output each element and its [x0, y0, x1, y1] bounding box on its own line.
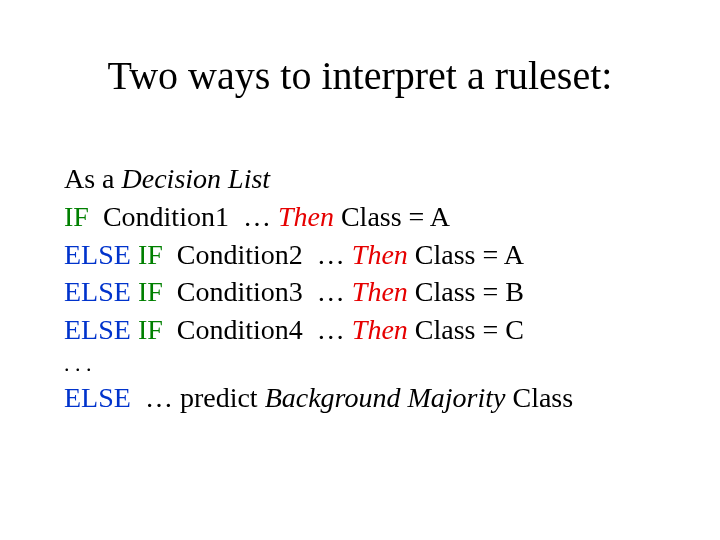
line-rule-1: IF Condition1 … Then Class = A — [64, 198, 672, 236]
keyword-then: Then — [352, 314, 408, 345]
text-class: Class = A — [408, 239, 524, 270]
keyword-if: IF — [131, 314, 163, 345]
text-class: Class = A — [334, 201, 450, 232]
text-condition: Condition3 … — [163, 276, 352, 307]
line-else-final: ELSE … predict Background Majority Class — [64, 379, 672, 417]
line-rule-2: ELSE IF Condition2 … Then Class = A — [64, 236, 672, 274]
slide-body: As a Decision List IF Condition1 … Then … — [64, 160, 672, 416]
keyword-else: ELSE — [64, 239, 131, 270]
keyword-else: ELSE — [64, 314, 131, 345]
text-condition: Condition1 … — [89, 201, 278, 232]
keyword-then: Then — [352, 239, 408, 270]
text-class: Class — [505, 382, 573, 413]
keyword-if: IF — [64, 201, 89, 232]
text-as: As a — [64, 163, 122, 194]
keyword-then: Then — [278, 201, 334, 232]
text-background-majority: Background Majority — [265, 382, 506, 413]
text-condition: Condition4 … — [163, 314, 352, 345]
text-predict: … predict — [131, 382, 265, 413]
slide: Two ways to interpret a ruleset: As a De… — [0, 0, 720, 540]
keyword-if: IF — [131, 276, 163, 307]
text-class: Class = C — [408, 314, 524, 345]
line-rule-4: ELSE IF Condition4 … Then Class = C — [64, 311, 672, 349]
keyword-else: ELSE — [64, 276, 131, 307]
text-class: Class = B — [408, 276, 524, 307]
keyword-if: IF — [131, 239, 163, 270]
line-heading: As a Decision List — [64, 160, 672, 198]
text-condition: Condition2 … — [163, 239, 352, 270]
line-ellipsis: . . . — [64, 349, 672, 379]
keyword-else: ELSE — [64, 382, 131, 413]
slide-title: Two ways to interpret a ruleset: — [0, 52, 720, 99]
text-decision-list: Decision List — [122, 163, 271, 194]
line-rule-3: ELSE IF Condition3 … Then Class = B — [64, 273, 672, 311]
keyword-then: Then — [352, 276, 408, 307]
